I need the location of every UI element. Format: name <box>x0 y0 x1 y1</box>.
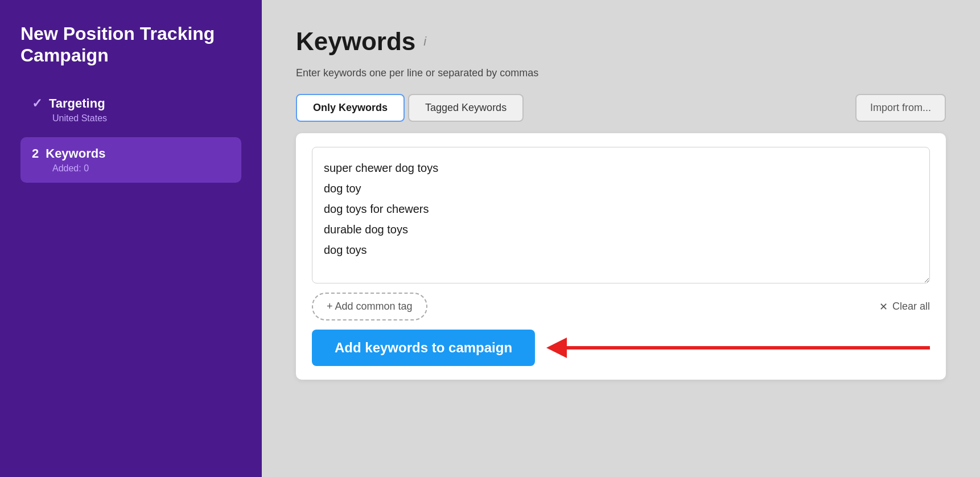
sidebar: New Position Tracking Campaign ✓ Targeti… <box>0 0 262 477</box>
sidebar-nav: ✓ Targeting United States 2 Keywords Add… <box>20 87 241 183</box>
subtitle: Enter keywords one per line or separated… <box>296 67 946 79</box>
sidebar-item-keywords[interactable]: 2 Keywords Added: 0 <box>20 137 241 183</box>
import-button[interactable]: Import from... <box>855 94 946 122</box>
sidebar-title: New Position Tracking Campaign <box>20 23 241 67</box>
add-tag-button[interactable]: + Add common tag <box>312 293 427 320</box>
bottom-area: Add keywords to campaign <box>312 330 930 366</box>
arrow-head-left <box>546 338 567 358</box>
sidebar-item-targeting-sub: United States <box>32 113 230 124</box>
sidebar-item-keywords-label: Keywords <box>46 146 105 161</box>
sidebar-item-targeting[interactable]: ✓ Targeting United States <box>20 87 241 133</box>
info-icon[interactable]: i <box>423 34 426 49</box>
clear-all-button[interactable]: ✕ Clear all <box>879 301 930 313</box>
tab-tagged-keywords[interactable]: Tagged Keywords <box>408 94 524 122</box>
main-content: Keywords i Enter keywords one per line o… <box>262 0 980 477</box>
keywords-textarea[interactable]: super chewer dog toys dog toy dog toys f… <box>312 147 930 283</box>
page-title: Keywords <box>296 27 415 56</box>
keywords-card: super chewer dog toys dog toy dog toys f… <box>296 133 946 380</box>
sidebar-item-keywords-sub: Added: 0 <box>32 163 230 174</box>
sidebar-item-targeting-label: Targeting <box>49 96 105 111</box>
page-title-row: Keywords i <box>296 27 946 56</box>
tab-row: Only Keywords Tagged Keywords Import fro… <box>296 94 946 122</box>
arrow-line <box>567 346 930 349</box>
add-keywords-button[interactable]: Add keywords to campaign <box>312 330 535 366</box>
tab-only-keywords[interactable]: Only Keywords <box>296 94 405 122</box>
arrow-annotation <box>546 338 930 358</box>
card-actions-row: + Add common tag ✕ Clear all <box>312 293 930 320</box>
clear-all-label: Clear all <box>892 301 930 312</box>
x-icon: ✕ <box>879 301 888 313</box>
check-icon: ✓ <box>32 96 42 111</box>
keywords-step-number: 2 <box>32 146 39 161</box>
